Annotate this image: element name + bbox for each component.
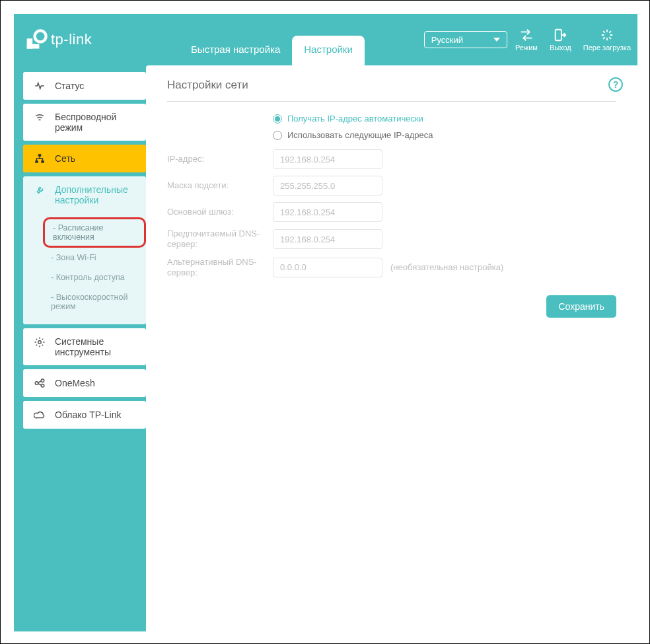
radio-ip-manual[interactable]: Использовать следующие IP-адреса bbox=[273, 130, 616, 140]
tplink-logo-icon bbox=[26, 28, 48, 51]
submenu-highspeed[interactable]: Высокоскоростной режим bbox=[23, 287, 146, 316]
svg-rect-3 bbox=[556, 30, 561, 41]
sidebar-item-advanced[interactable]: Дополнительные настройки bbox=[23, 176, 146, 213]
brand-logo: tp-link bbox=[26, 28, 158, 51]
mode-button[interactable]: Режим bbox=[515, 28, 538, 52]
sidebar-item-wireless[interactable]: Беспроводной режим bbox=[23, 104, 146, 141]
input-dns1[interactable]: 192.168.0.254 bbox=[273, 229, 382, 249]
tab-settings[interactable]: Настройки bbox=[292, 36, 365, 65]
svg-point-7 bbox=[38, 341, 42, 344]
label-mask: Маска подсети: bbox=[167, 180, 273, 191]
reload-button[interactable]: Пере загрузка bbox=[583, 28, 631, 52]
dns2-hint: (необязательная настройка) bbox=[390, 262, 503, 272]
svg-rect-6 bbox=[41, 161, 44, 163]
sidebar-item-label: Облако TP-Link bbox=[55, 410, 121, 420]
mode-icon bbox=[519, 28, 534, 42]
chevron-down-icon bbox=[493, 38, 500, 42]
label-ip: IP-адрес: bbox=[167, 154, 273, 164]
language-value: Русский bbox=[431, 35, 463, 45]
svg-point-10 bbox=[41, 384, 44, 388]
help-button[interactable]: ? bbox=[608, 77, 623, 92]
radio-dot-icon bbox=[273, 131, 282, 140]
input-dns2[interactable]: 0.0.0.0 bbox=[273, 258, 382, 277]
language-select[interactable]: Русский bbox=[424, 31, 507, 48]
main-panel: ? Настройки сети Получать IP-адрес автом… bbox=[146, 65, 637, 631]
input-ip[interactable]: 192.168.0.254 bbox=[273, 149, 382, 169]
input-gateway[interactable]: 192.168.0.254 bbox=[273, 202, 382, 222]
brand-text: tp-link bbox=[51, 31, 92, 48]
sidebar-item-cloud[interactable]: Облако TP-Link bbox=[23, 401, 146, 429]
network-icon bbox=[34, 153, 46, 164]
status-icon bbox=[34, 80, 46, 92]
sidebar-item-label: Сеть bbox=[55, 153, 75, 164]
page-title: Настройки сети bbox=[167, 79, 616, 102]
svg-point-9 bbox=[41, 379, 44, 382]
label-dns2: Альтернативный DNS-сервер: bbox=[167, 257, 273, 279]
sidebar-item-label: Дополнительные настройки bbox=[55, 184, 138, 205]
input-mask[interactable]: 255.255.255.0 bbox=[273, 176, 382, 196]
sidebar-item-label: Статус bbox=[55, 81, 84, 91]
reload-icon bbox=[600, 28, 614, 42]
svg-rect-2 bbox=[27, 44, 40, 49]
save-button[interactable]: Сохранить bbox=[546, 295, 616, 318]
logout-button[interactable]: Выход bbox=[550, 28, 571, 52]
cloud-icon bbox=[34, 409, 46, 421]
svg-rect-5 bbox=[35, 161, 38, 163]
sidebar: Статус Беспроводной режим Сеть Дополните… bbox=[14, 65, 146, 631]
gear-icon bbox=[34, 336, 46, 348]
label-gateway: Основной шлюз: bbox=[167, 207, 273, 217]
sidebar-item-system-tools[interactable]: Системные инструменты bbox=[23, 328, 146, 365]
sidebar-item-status[interactable]: Статус bbox=[23, 72, 146, 100]
sidebar-item-label: Системные инструменты bbox=[55, 336, 138, 357]
svg-point-0 bbox=[35, 30, 46, 42]
sidebar-item-onemesh[interactable]: OneMesh bbox=[23, 369, 146, 397]
sidebar-item-label: Беспроводной режим bbox=[55, 112, 138, 133]
wrench-icon bbox=[34, 184, 46, 196]
radio-dot-icon bbox=[273, 114, 282, 124]
onemesh-icon bbox=[34, 377, 46, 389]
wifi-icon bbox=[34, 112, 46, 124]
svg-rect-4 bbox=[38, 154, 42, 157]
submenu-access-control[interactable]: Контроль доступа bbox=[23, 268, 146, 287]
label-dns1: Предпочитаемый DNS-сервер: bbox=[167, 229, 273, 250]
svg-point-8 bbox=[35, 382, 38, 385]
tab-quick-setup[interactable]: Быстрая настройка bbox=[179, 36, 292, 65]
advanced-submenu: Расписание включения Зона Wi-Fi Контроль… bbox=[23, 213, 146, 324]
sidebar-item-label: OneMesh bbox=[55, 378, 95, 388]
sidebar-item-network[interactable]: Сеть bbox=[23, 145, 146, 172]
radio-ip-auto[interactable]: Получать IP-адрес автоматически bbox=[273, 114, 616, 124]
submenu-schedule[interactable]: Расписание включения bbox=[43, 217, 146, 248]
logout-icon bbox=[553, 28, 567, 42]
submenu-wifi-zone[interactable]: Зона Wi-Fi bbox=[23, 248, 146, 268]
